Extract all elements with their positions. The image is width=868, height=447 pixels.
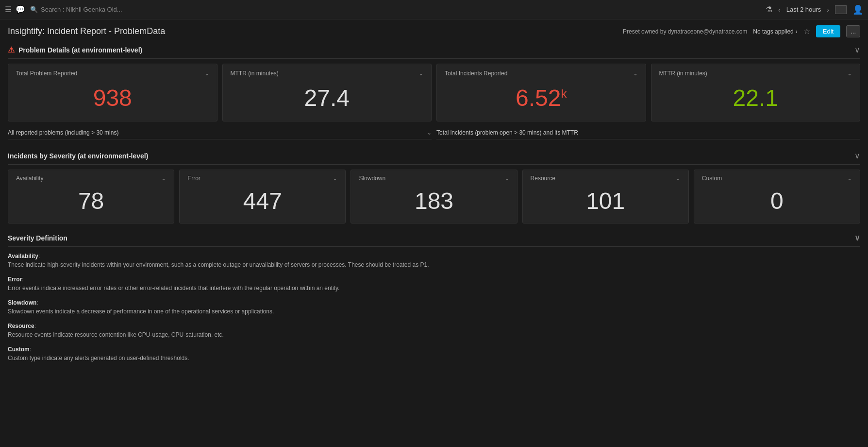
availability-value: 78 (16, 188, 166, 214)
mttr-left-label: MTTR (in minutes) ⌄ (231, 70, 424, 77)
mttr-right-label: MTTR (in minutes) ⌄ (659, 70, 852, 77)
slowdown-value: 183 (359, 188, 509, 214)
error-value: 447 (187, 188, 337, 214)
total-incidents-label: Total Incidents Reported ⌄ (445, 70, 638, 77)
total-problem-label: Total Problem Reported ⌄ (16, 70, 209, 77)
mttr-right-card: MTTR (in minutes) ⌄ 22.1 (651, 64, 861, 121)
preset-label: Preset owned by dynatraceone@dynatrace.c… (623, 28, 747, 35)
custom-value: 0 (702, 188, 852, 214)
header-row: Insightify: Incident Report - ProblemDat… (0, 19, 868, 41)
definition-availability: Availability: These indicate high-severi… (8, 252, 860, 269)
header-right: Preset owned by dynatraceone@dynatrace.c… (623, 25, 860, 37)
definition-header: Severity Definition ∨ (8, 229, 860, 247)
dropdown-arrow-1[interactable]: ⌄ (204, 70, 209, 77)
right-subtitle: Total incidents (problem open > 30 mins)… (436, 126, 860, 139)
total-problem-card: Total Problem Reported ⌄ 938 (8, 64, 217, 121)
error-label: Error ⌄ (187, 175, 337, 182)
collapse-severity[interactable]: ∨ (854, 151, 860, 160)
page-title: Insightify: Incident Report - ProblemDat… (8, 26, 165, 36)
alert-icon: ⚠ (8, 45, 15, 54)
mttr-left-value: 27.4 (231, 85, 424, 111)
severity-title: Incidents by Severity (at environment-le… (8, 152, 148, 160)
slowdown-card: Slowdown ⌄ 183 (351, 170, 517, 224)
severity-header: Incidents by Severity (at environment-le… (8, 147, 860, 165)
availability-card: Availability ⌄ 78 (8, 170, 174, 224)
left-subtitle-arrow[interactable]: ⌄ (427, 129, 432, 136)
filter-icon[interactable]: ⚗ (766, 5, 772, 14)
mttr-left-card: MTTR (in minutes) ⌄ 27.4 (222, 64, 432, 121)
total-problem-value: 938 (16, 85, 209, 111)
availability-arrow[interactable]: ⌄ (161, 175, 166, 182)
main-content: ⚠ Problem Details (at environment-level)… (0, 41, 868, 362)
custom-label: Custom ⌄ (702, 175, 852, 182)
custom-card: Custom ⌄ 0 (694, 170, 860, 224)
dropdown-arrow-2[interactable]: ⌄ (418, 70, 423, 77)
time-range[interactable]: Last 2 hours (786, 6, 821, 13)
availability-label: Availability ⌄ (16, 175, 166, 182)
prev-arrow[interactable]: ‹ (778, 6, 781, 14)
search-text[interactable]: Search : Nikhil Goenka Old... (41, 6, 122, 13)
resource-value: 101 (531, 188, 681, 214)
right-cards-row: Total Incidents Reported ⌄ 6.52k MTTR (i… (436, 64, 860, 121)
error-card: Error ⌄ 447 (179, 170, 346, 224)
total-incidents-value: 6.52k (445, 85, 638, 111)
custom-arrow[interactable]: ⌄ (847, 175, 852, 182)
definition-custom: Custom: Custom type indicate any alerts … (8, 345, 860, 362)
topbar: ☰ 💬 🔍 Search : Nikhil Goenka Old... ⚗ ‹ … (0, 0, 868, 19)
dropdown-arrow-3[interactable]: ⌄ (633, 70, 638, 77)
error-arrow[interactable]: ⌄ (333, 175, 337, 182)
view-toggle[interactable] (835, 5, 847, 14)
nav-icons: ☰ 💬 (5, 5, 25, 14)
left-cards-row: Total Problem Reported ⌄ 938 MTTR (in mi… (8, 64, 432, 121)
collapse-problem-details[interactable]: ∨ (854, 45, 860, 54)
topbar-right: ⚗ ‹ Last 2 hours › 👤 (766, 4, 863, 15)
resource-label: Resource ⌄ (531, 175, 681, 182)
menu-icon[interactable]: ☰ (5, 5, 12, 14)
definition-slowdown: Slowdown: Slowdown events indicate a dec… (8, 298, 860, 316)
tags-label[interactable]: No tags applied › (753, 28, 797, 35)
star-icon[interactable]: ☆ (803, 27, 810, 36)
more-button[interactable]: ... (846, 25, 860, 37)
slowdown-arrow[interactable]: ⌄ (504, 175, 509, 182)
problem-details-title: ⚠ Problem Details (at environment-level) (8, 45, 142, 54)
left-column: Total Problem Reported ⌄ 938 MTTR (in mi… (8, 64, 432, 142)
search-icon: 🔍 (30, 6, 38, 13)
mttr-right-value: 22.1 (659, 85, 852, 111)
user-icon[interactable]: 👤 (852, 4, 863, 15)
resource-card: Resource ⌄ 101 (522, 170, 689, 224)
left-subtitle: All reported problems (including > 30 mi… (8, 126, 432, 139)
problem-details-columns: Total Problem Reported ⌄ 938 MTTR (in mi… (8, 64, 860, 142)
definition-error: Error: Error events indicate increased e… (8, 275, 860, 292)
search-area: 🔍 Search : Nikhil Goenka Old... (30, 6, 761, 13)
total-incidents-card: Total Incidents Reported ⌄ 6.52k (436, 64, 646, 121)
severity-cards: Availability ⌄ 78 Error ⌄ 447 Slowdown ⌄ (8, 170, 860, 224)
chevron-right-icon: › (796, 28, 798, 35)
collapse-definition[interactable]: ∨ (854, 233, 860, 242)
definition-section: Severity Definition ∨ Availability: Thes… (8, 229, 860, 362)
severity-section: Incidents by Severity (at environment-le… (8, 147, 860, 224)
problem-details-header: ⚠ Problem Details (at environment-level)… (8, 41, 860, 59)
definition-resource: Resource: Resource events indicate resou… (8, 322, 860, 339)
edit-button[interactable]: Edit (816, 25, 840, 37)
dropdown-arrow-4[interactable]: ⌄ (847, 70, 852, 77)
slowdown-label: Slowdown ⌄ (359, 175, 509, 182)
chat-icon[interactable]: 💬 (16, 5, 25, 14)
next-arrow[interactable]: › (827, 6, 829, 14)
right-column: Total Incidents Reported ⌄ 6.52k MTTR (i… (436, 64, 860, 142)
resource-arrow[interactable]: ⌄ (676, 175, 681, 182)
